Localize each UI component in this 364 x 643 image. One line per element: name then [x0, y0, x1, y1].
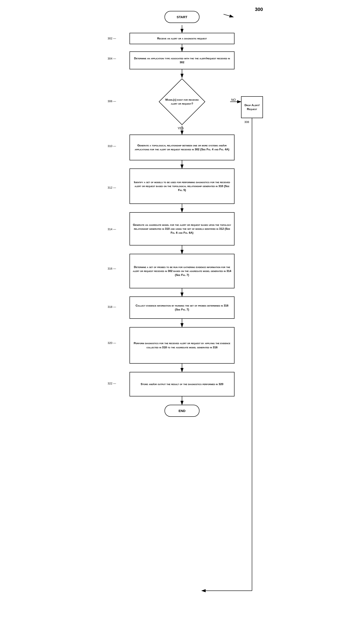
step-308: Drop Alert/ Request — [241, 96, 263, 118]
flowchart-diagram: 300 — [94, 4, 270, 617]
step-312: Identify a set of models to be used for … — [130, 168, 234, 204]
step-306-text: Model(s) exist for received alert or req… — [158, 91, 206, 112]
yes-label: YES — [178, 126, 184, 130]
step-label-312: 312 — — [108, 186, 116, 189]
start-node: START — [164, 11, 200, 23]
step-label-320: 320 — — [108, 341, 116, 344]
step-318: Collect evidence information by running … — [130, 296, 234, 319]
step-314: Generate an aggregate model for the aler… — [130, 212, 234, 246]
step-label-310: 310 — — [108, 144, 116, 148]
step-306: Model(s) exist for received alert or req… — [158, 78, 206, 126]
step-316: Determine a set of probes to be run for … — [130, 254, 234, 288]
step-320: Perform diagnostics for the received ale… — [130, 327, 234, 364]
step-label-314: 314 — — [108, 228, 116, 231]
step-322: Store and/or output the result of the di… — [130, 372, 234, 396]
step-302: Receive an alert or a diagnostic request — [130, 33, 234, 44]
step-304: Determine an application type associated… — [130, 52, 234, 69]
no-label: NO — [231, 98, 236, 102]
step-label-322: 322 — — [108, 382, 116, 385]
step-label-316: 316 — — [108, 267, 116, 270]
step-label-308: 308 — [244, 120, 249, 124]
step-label-304: 304 — — [108, 57, 116, 60]
step-310: Generate a topological relationship betw… — [130, 134, 234, 160]
svg-line-1 — [224, 14, 234, 17]
end-node: END — [164, 405, 200, 417]
step-label-302: 302 — — [108, 37, 116, 40]
step-label-318: 318 — — [108, 305, 116, 308]
figure-number: 300 — [255, 6, 263, 12]
step-label-306: 306 — — [108, 100, 116, 103]
